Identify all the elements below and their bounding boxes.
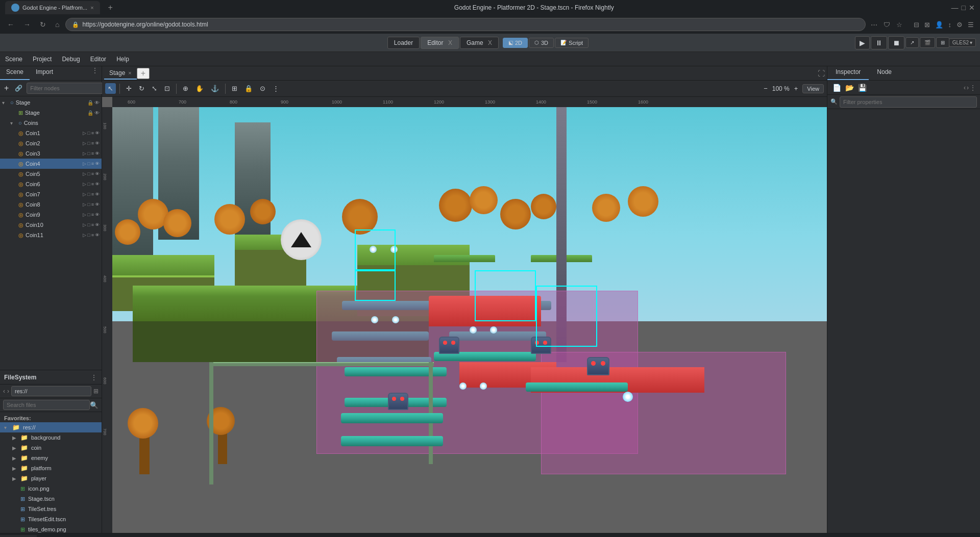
tab-inspector[interactable]: Inspector — [827, 66, 869, 80]
tab-node[interactable]: Node — [869, 66, 900, 80]
gles-badge[interactable]: GLES2 ▾ — [949, 38, 976, 47]
bottom-tab-audio[interactable]: Audio — [76, 535, 104, 538]
menu-editor[interactable]: Editor — [85, 54, 111, 65]
new-tab-button[interactable]: + — [104, 1, 117, 14]
fs-forward-btn[interactable]: › — [7, 388, 9, 395]
tree-node-coin7[interactable]: ◎ Coin7 ▷ □ ≡ 👁 — [0, 189, 102, 199]
fs-search-button[interactable]: 🔍 — [90, 401, 99, 409]
filesystem-menu[interactable]: ⋮ — [90, 373, 97, 381]
home-button[interactable]: ⌂ — [52, 18, 62, 31]
remote-button[interactable]: ⊞ — [936, 37, 949, 48]
vp-pivot-tool[interactable]: ⊕ — [180, 83, 191, 94]
fs-search-input[interactable] — [3, 400, 90, 410]
menu-project[interactable]: Project — [28, 54, 57, 65]
stage-viewport-tab[interactable]: Stage × — [104, 67, 137, 80]
forward-button[interactable]: → — [20, 18, 34, 31]
mode-3d-button[interactable]: ⬡ 3D — [529, 38, 554, 48]
bookmarks-list[interactable]: ⊟ — [912, 19, 921, 31]
movie-button[interactable]: 🎬 — [920, 37, 935, 48]
fs-path-input[interactable] — [11, 386, 91, 396]
tree-node-coin8[interactable]: ◎ Coin8 ▷ □ ≡ 👁 — [0, 199, 102, 210]
mode-2d-button[interactable]: ⬕ 2D — [503, 38, 528, 48]
menu-scene[interactable]: Scene — [0, 54, 28, 65]
bookmark-button[interactable]: ☆ — [894, 19, 904, 31]
play-button[interactable]: ▶ — [855, 36, 870, 49]
viewport-tab-close[interactable]: × — [128, 70, 131, 76]
viewport-canvas[interactable]: 600 700 800 900 1000 1100 1200 1300 1400… — [102, 97, 827, 533]
game-tab[interactable]: Game X — [460, 37, 499, 49]
fs-item-stage[interactable]: ⊞ Stage.tscn — [0, 494, 102, 504]
user-account[interactable]: 👤 — [933, 19, 945, 31]
tree-node-coin11[interactable]: ◎ Coin11 ▷ □ ≡ 👁 — [0, 230, 102, 240]
vp-select-rect-tool[interactable]: ⊡ — [162, 83, 173, 94]
browser-minimize[interactable]: — — [951, 4, 959, 12]
editor-tab-close[interactable]: X — [448, 39, 452, 46]
tree-node-coin3[interactable]: ◎ Coin3 ▷ □ ≡ 👁 — [0, 148, 102, 159]
pause-button[interactable]: ⏸ — [871, 36, 887, 49]
add-node-button[interactable]: + — [2, 83, 11, 94]
browser-tab[interactable]: Godot Engine - Platfrom... × — [5, 1, 100, 14]
fs-item-tileset[interactable]: ⊞ TileSet.tres — [0, 504, 102, 514]
scene-panel-menu[interactable]: ⋮ — [88, 66, 102, 80]
vp-view-button[interactable]: View — [802, 84, 824, 93]
mode-script-button[interactable]: 📝 Script — [555, 38, 589, 48]
browser-menu[interactable]: ☰ — [966, 19, 976, 31]
refresh-button[interactable]: ↻ — [37, 18, 49, 31]
tree-node-tilemap[interactable]: ⊞ Stage 🔒 👁 — [0, 108, 102, 118]
vp-anchor-tool[interactable]: ⚓ — [208, 83, 222, 94]
step-button[interactable]: ↗ — [905, 37, 919, 48]
fs-item-player[interactable]: ▶ 📁 player — [0, 473, 102, 483]
bottom-tab-animation[interactable]: Animation — [104, 535, 143, 538]
vp-move-tool[interactable]: ✛ — [124, 83, 134, 94]
inspector-new-icon[interactable]: 📄 — [831, 83, 842, 93]
bottom-tab-debugger[interactable]: Debugger — [37, 535, 76, 538]
inspector-open-icon[interactable]: 📂 — [844, 83, 855, 93]
menu-help[interactable]: Help — [111, 54, 134, 65]
tree-node-coin6[interactable]: ◎ Coin6 ▷ □ ≡ 👁 — [0, 179, 102, 189]
inspector-more-btn[interactable]: ⋮ — [970, 84, 976, 91]
bottom-tab-output[interactable]: Output — [0, 535, 37, 538]
tree-node-coin4[interactable]: ◎ Coin4 ▷ □ ≡ 👁 — [0, 159, 102, 169]
fs-item-tilesetedit[interactable]: ⊞ TilesetEdit.tscn — [0, 514, 102, 524]
fs-item-tilesdemo[interactable]: ⊞ tiles_demo.png — [0, 524, 102, 533]
loader-tab[interactable]: Loader — [387, 37, 420, 49]
vp-snap-tool[interactable]: ⊞ — [229, 83, 240, 94]
vp-zoom-out[interactable]: − — [761, 83, 770, 94]
viewport-fullscreen[interactable]: ⛶ — [818, 69, 825, 78]
fs-grid-toggle[interactable]: ⊞ — [93, 388, 99, 395]
vp-pan-tool[interactable]: ✋ — [193, 83, 206, 94]
inspector-back-btn[interactable]: ‹ — [964, 84, 966, 91]
filter-properties-input[interactable] — [840, 96, 977, 108]
tree-node-coin9[interactable]: ◎ Coin9 ▷ □ ≡ 👁 — [0, 210, 102, 220]
browser-maximize[interactable]: □ — [962, 4, 966, 12]
vp-lock-tool[interactable]: 🔒 — [242, 83, 255, 94]
tree-node-coin1[interactable]: ◎ Coin1 ▷ □ ≡ 👁 — [0, 128, 102, 138]
add-viewport-tab[interactable]: + — [137, 68, 150, 79]
vp-zoom-in[interactable]: + — [792, 83, 801, 94]
inspector-forward-btn[interactable]: › — [967, 84, 969, 91]
vp-rotate-tool[interactable]: ↻ — [136, 83, 147, 94]
vp-scale-tool[interactable]: ⤡ — [149, 83, 160, 94]
game-tab-close[interactable]: X — [488, 39, 492, 46]
back-button[interactable]: ← — [4, 18, 17, 31]
tab-scene[interactable]: Scene — [0, 66, 30, 80]
zoom-controls[interactable]: ⊠ — [922, 19, 932, 31]
extensions-button[interactable]: ⋯ — [869, 19, 879, 31]
vp-group-tool[interactable]: ⊙ — [257, 83, 268, 94]
browser-tab-close[interactable]: × — [90, 5, 93, 11]
sync-button[interactable]: ↕ — [946, 19, 954, 31]
tree-node-coin5[interactable]: ◎ Coin5 ▷ □ ≡ 👁 — [0, 169, 102, 179]
up-arrow-button[interactable] — [281, 219, 322, 260]
tree-node-coins[interactable]: ▾ ○ Coins — [0, 118, 102, 128]
tree-node-coin10[interactable]: ◎ Coin10 ▷ □ ≡ 👁 — [0, 220, 102, 230]
fs-item-coin[interactable]: ▶ 📁 coin — [0, 443, 102, 453]
fs-item-platform[interactable]: ▶ 📁 platform — [0, 463, 102, 473]
menu-debug[interactable]: Debug — [57, 54, 85, 65]
filter-nodes-input[interactable] — [27, 83, 104, 94]
fs-item-iconpng[interactable]: ⊞ icon.png — [0, 483, 102, 494]
tree-node-stage[interactable]: ▾ ○ Stage 🔒 👁 — [0, 97, 102, 108]
vp-more-tools[interactable]: ⋮ — [270, 83, 282, 94]
fs-item-enemy[interactable]: ▶ 📁 enemy — [0, 453, 102, 463]
browser-close[interactable]: ✕ — [969, 4, 975, 12]
inspector-save-icon[interactable]: 💾 — [857, 83, 868, 93]
